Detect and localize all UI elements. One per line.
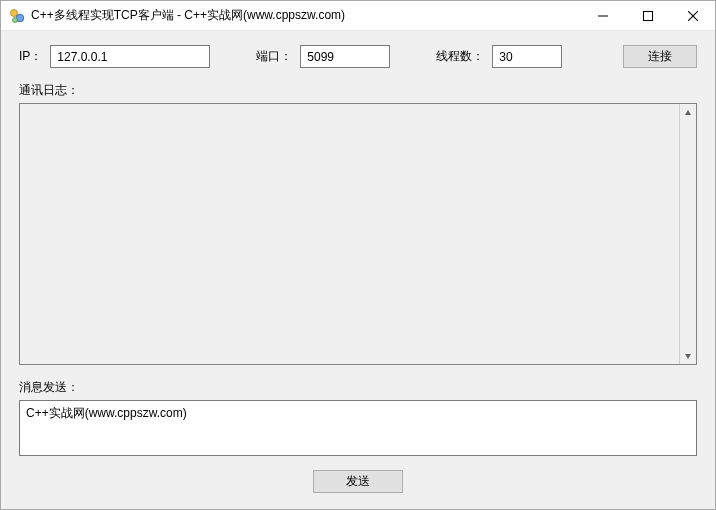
port-input[interactable] [300,45,390,68]
close-button[interactable] [670,1,715,30]
svg-rect-4 [643,11,652,20]
log-label: 通讯日志： [19,82,697,99]
app-window: C++多线程实现TCP客户端 - C++实战网(www.cppszw.com) … [0,0,716,510]
log-scrollbar[interactable] [679,104,696,364]
window-title: C++多线程实现TCP客户端 - C++实战网(www.cppszw.com) [31,7,580,24]
svg-marker-8 [685,354,691,359]
ip-input[interactable] [50,45,210,68]
svg-point-2 [13,17,18,22]
threads-label: 线程数： [436,48,484,65]
connection-row: IP： 端口： 线程数： 连接 [19,45,697,68]
message-input[interactable] [19,400,697,456]
connect-button[interactable]: 连接 [623,45,697,68]
client-area: IP： 端口： 线程数： 连接 通讯日志： 消息发送： [1,31,715,509]
app-icon [9,8,25,24]
titlebar: C++多线程实现TCP客户端 - C++实战网(www.cppszw.com) [1,1,715,31]
log-textarea[interactable] [19,103,697,365]
svg-marker-7 [685,110,691,115]
threads-input[interactable] [492,45,562,68]
scroll-down-icon[interactable] [679,347,696,364]
minimize-button[interactable] [580,1,625,30]
scroll-up-icon[interactable] [679,104,696,121]
send-label: 消息发送： [19,379,697,396]
port-label: 端口： [256,48,292,65]
send-button[interactable]: 发送 [313,470,403,493]
send-row: 发送 [19,470,697,493]
window-controls [580,1,715,30]
maximize-button[interactable] [625,1,670,30]
ip-label: IP： [19,48,42,65]
svg-point-0 [11,9,18,16]
log-content [20,104,696,112]
